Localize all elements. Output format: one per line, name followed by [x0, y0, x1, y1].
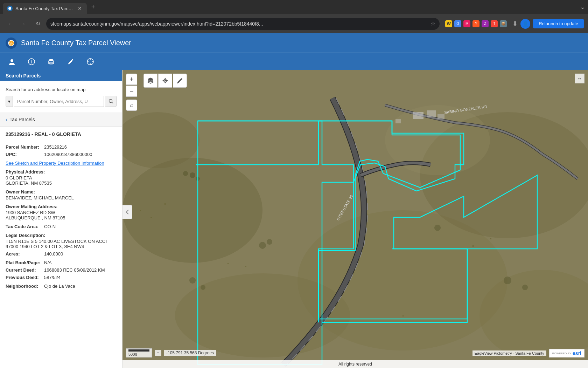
- active-tab[interactable]: Santa Fe County Tax Parcel V ✕: [3, 3, 87, 14]
- tab-overflow-button[interactable]: ⌄: [580, 3, 585, 11]
- svg-rect-7: [49, 59, 53, 61]
- relaunch-button[interactable]: Relaunch to update: [533, 19, 584, 28]
- svg-point-3: [10, 59, 13, 62]
- ext-icon-4[interactable]: Y: [472, 20, 479, 27]
- ext-icon-5[interactable]: Z: [482, 20, 489, 27]
- current-deed-row: Current Deed: 1668883 REC 05/09/2012 KM: [6, 267, 117, 273]
- search-bar: ▾: [6, 96, 117, 107]
- draw-button[interactable]: [173, 74, 187, 88]
- expand-arrows: ↔: [575, 74, 584, 83]
- app-header: SF Santa Fe County Tax Parcel Viewer: [0, 33, 588, 53]
- app-logo: SF: [6, 38, 17, 49]
- zoom-in-button[interactable]: +: [126, 74, 137, 85]
- ext-icon-6[interactable]: T: [491, 20, 498, 27]
- tax-code-value: CO-N: [44, 224, 56, 229]
- zoom-level-icon[interactable]: +: [155, 350, 161, 356]
- search-input[interactable]: [14, 96, 104, 107]
- esri-logo: POWERED BY esri: [549, 349, 584, 357]
- profile-button[interactable]: 👤: [520, 19, 530, 29]
- platbook-label: Plat Book/Page:: [6, 260, 44, 265]
- physical-address-line1: 0 GLORIETA: [6, 175, 117, 180]
- back-button[interactable]: ‹: [4, 18, 15, 29]
- back-navigation[interactable]: ‹ Tax Parcels: [0, 113, 122, 127]
- refresh-button[interactable]: ↻: [32, 18, 43, 29]
- svg-point-39: [522, 285, 528, 290]
- physical-address-line2: GLORIETA, NM 87535: [6, 180, 117, 186]
- expand-button[interactable]: ↔: [575, 74, 584, 83]
- layers-button[interactable]: [144, 74, 158, 88]
- download-icon[interactable]: ⬇: [512, 20, 518, 28]
- svg-point-38: [504, 277, 511, 284]
- ext-icon-7[interactable]: 📦: [500, 20, 507, 27]
- acres-value: 140.0000: [44, 251, 63, 257]
- legal-description-label: Legal Description:: [6, 233, 117, 238]
- svg-rect-28: [413, 112, 424, 119]
- prev-deed-value: 587/524: [44, 275, 61, 280]
- scale-bar: 500ft: [126, 348, 152, 357]
- acres-row: Acres: 140.0000: [6, 251, 117, 257]
- svg-rect-45: [227, 263, 229, 264]
- tab-favicon: [7, 6, 13, 11]
- search-dropdown-button[interactable]: ▾: [6, 96, 13, 107]
- back-arrow-icon: ‹: [6, 116, 7, 123]
- svg-rect-29: [427, 110, 436, 117]
- info-tool-button[interactable]: i: [25, 55, 38, 68]
- locate-button[interactable]: [158, 74, 172, 88]
- svg-rect-47: [472, 245, 474, 247]
- map-area[interactable]: SABINO GONZALES RD INTERSTATE 25: [122, 70, 588, 368]
- svg-rect-49: [402, 315, 404, 316]
- svg-rect-44: [164, 203, 166, 205]
- home-button[interactable]: ⌂: [126, 100, 137, 111]
- neighborhood-label: Neighborhood:: [6, 284, 44, 289]
- search-submit-button[interactable]: [105, 96, 117, 107]
- mailing-address-section: Owner Mailing Address: 1900 SANCHEZ RD S…: [6, 204, 117, 220]
- legal-description-value: T15N R11E S 5 140.00 AC LIVESTOCK ON ACC…: [6, 239, 117, 249]
- neighborhood-row: Neighborhood: Ojo de La Vaca: [6, 284, 117, 289]
- scale-text: 500ft: [128, 352, 137, 356]
- new-tab-button[interactable]: +: [88, 2, 98, 12]
- address-input[interactable]: [50, 21, 428, 27]
- svg-line-16: [112, 102, 113, 104]
- edit-tool-button[interactable]: [64, 55, 77, 68]
- measure-tool-button[interactable]: [84, 55, 97, 68]
- legal-description-section: Legal Description: T15N R11E S 5 140.00 …: [6, 233, 117, 249]
- mailing-address-line1: 1900 SANCHEZ RD SW: [6, 210, 117, 215]
- sidebar-collapse-button[interactable]: [122, 205, 132, 219]
- sketch-link[interactable]: See Sketch and Property Description Info…: [6, 161, 117, 166]
- mailing-address-label: Owner Mailing Address:: [6, 204, 117, 209]
- address-bar-container: ☆: [46, 18, 440, 30]
- forward-button[interactable]: ›: [18, 18, 29, 29]
- svg-point-35: [259, 242, 266, 249]
- parcel-info-panel: 235129216 - REAL - 0 GLORIETA Parcel Num…: [0, 127, 122, 296]
- svg-rect-31: [396, 119, 401, 123]
- ext-icon-3[interactable]: M: [463, 20, 470, 27]
- upc-label: UPC:: [6, 152, 44, 157]
- browser-chrome: Santa Fe County Tax Parcel V ✕ + ⌄ ‹ › ↻…: [0, 0, 588, 33]
- tab-close-icon[interactable]: ✕: [77, 6, 83, 11]
- zoom-out-button[interactable]: −: [126, 86, 137, 97]
- print-tool-button[interactable]: [45, 55, 57, 68]
- ext-icon-1[interactable]: W: [445, 20, 452, 27]
- sidebar-tab[interactable]: Search Parcels: [0, 70, 122, 81]
- map-attribution-area: EagleView Pictometry - Santa Fe County P…: [472, 349, 584, 357]
- ext-icon-2[interactable]: G: [454, 20, 461, 27]
- svg-text:SF: SF: [9, 41, 14, 45]
- prev-deed-row: Previous Deed: 587/524: [6, 275, 117, 280]
- parcel-number-label: Parcel Number:: [6, 144, 44, 150]
- svg-point-34: [183, 171, 188, 176]
- bookmark-icon[interactable]: ☆: [430, 20, 435, 27]
- dropdown-arrow-icon: ▾: [8, 99, 10, 104]
- search-hint-text: Search for an address or locate on map: [6, 87, 117, 92]
- app-toolbar: i: [0, 53, 588, 70]
- user-tool-button[interactable]: [6, 55, 18, 68]
- physical-address-label: Physical Address:: [6, 169, 117, 175]
- svg-rect-46: [245, 266, 246, 267]
- tax-code-row: Tax Code Area: CO-N: [6, 224, 117, 229]
- coordinates-display: -105.791 35.568 Degrees: [164, 350, 216, 356]
- aerial-map-background: SABINO GONZALES RD INTERSTATE 25: [122, 70, 588, 368]
- svg-point-15: [109, 100, 112, 103]
- svg-point-0: [8, 7, 11, 10]
- svg-point-51: [164, 80, 166, 81]
- svg-point-41: [201, 285, 205, 290]
- parcel-title: 235129216 - REAL - 0 GLORIETA: [6, 131, 117, 140]
